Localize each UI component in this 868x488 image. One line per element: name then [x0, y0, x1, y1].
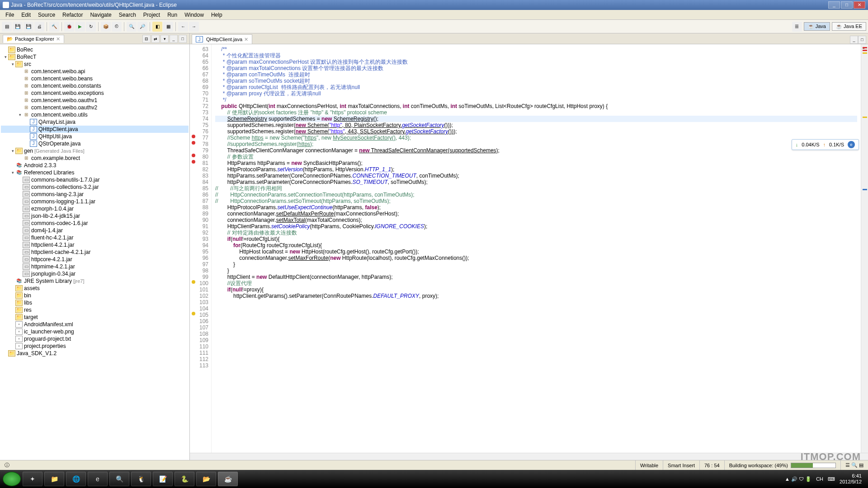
tree-item[interactable]: ▭httpcore-4.2.1.jar — [1, 256, 189, 263]
tree-item[interactable]: ⊞com.tencent.weibo.api — [1, 68, 189, 75]
new-package-button[interactable]: 📦 — [101, 22, 111, 32]
open-type-button[interactable]: 🔍 — [127, 22, 137, 32]
package-tree[interactable]: 📁BoRec▾📁BoRecT▾📁src⊞com.tencent.weibo.ap… — [0, 44, 189, 460]
tray-ime-icon[interactable]: ⌨ — [828, 476, 835, 482]
perspective-java[interactable]: ☕ Java — [804, 22, 830, 31]
tree-item[interactable]: ▾⊞com.tencent.weibo.utils — [1, 111, 189, 118]
tree-item[interactable]: ▭commons-lang-2.3.jar — [1, 191, 189, 198]
status-tools[interactable]: ☰ 🔍 ▤ — [840, 460, 868, 470]
tree-item[interactable]: ▫proguard-project.txt — [1, 335, 189, 343]
menu-help[interactable]: Help — [208, 11, 226, 19]
view-menu-button[interactable]: ▾ — [160, 35, 169, 43]
run-button[interactable]: ▶ — [75, 22, 85, 32]
editor-hscrollbar[interactable] — [190, 453, 868, 460]
perspective-javaee[interactable]: ☕ Java EE — [832, 22, 866, 31]
start-button[interactable] — [3, 472, 21, 486]
build-button[interactable]: 🔨 — [49, 22, 59, 32]
tree-item[interactable]: ⊞com.tencent.weibo.oauthv2 — [1, 104, 189, 111]
tree-item[interactable]: ▭httpclient-cache-4.2.1.jar — [1, 249, 189, 256]
new-button[interactable]: ▤ — [2, 22, 12, 32]
editor-maximize-button[interactable]: □ — [858, 36, 866, 44]
search-button[interactable]: 🔎 — [137, 22, 147, 32]
minimize-button[interactable]: _ — [828, 1, 840, 9]
tree-item[interactable]: 📁assets — [1, 285, 189, 292]
tree-item[interactable]: ▫ic_launcher-web.png — [1, 328, 189, 335]
tree-item[interactable]: ▭jsonplugin-0.34.jar — [1, 270, 189, 277]
tray-clock[interactable]: 6:41 2012/9/12 — [840, 473, 862, 485]
toggle-mark-button[interactable]: ◧ — [152, 22, 162, 32]
menu-project[interactable]: Project — [140, 11, 164, 19]
overview-ruler[interactable]: ▴ — [861, 44, 868, 453]
minimize-view-button[interactable]: _ — [170, 35, 178, 43]
tree-item[interactable]: ▫project.properties — [1, 343, 189, 350]
tree-item[interactable]: JQHttpUtil.java — [1, 133, 189, 140]
maximize-button[interactable]: □ — [841, 1, 853, 9]
tree-item[interactable]: ⊞com.tencent.weibo.oauthv1 — [1, 97, 189, 104]
tree-item[interactable]: ▾📁BoRecT — [1, 53, 189, 61]
code-editor[interactable]: /** * 个性化配置连接管理器 * @param maxConnections… — [212, 44, 861, 453]
taskbar-item-explorer[interactable]: 📁 — [44, 472, 64, 486]
browser-icon[interactable]: e — [848, 141, 855, 148]
taskbar-item-python[interactable]: 🐍 — [175, 472, 194, 486]
tree-item[interactable]: ▫AndroidManifest.xml — [1, 321, 189, 328]
package-explorer-tab[interactable]: 📂 Package Explorer ✕ — [3, 35, 64, 43]
tree-item[interactable]: JQHttpClient.java — [1, 126, 189, 133]
tree-item[interactable]: ▭httpmime-4.2.1.jar — [1, 263, 189, 270]
maximize-view-button[interactable]: □ — [179, 35, 187, 43]
tree-item[interactable]: JQStrOperate.java — [1, 140, 189, 147]
print-button[interactable]: 🖨 — [34, 22, 44, 32]
tree-item[interactable]: 📁Java_SDK_V1.2 — [1, 350, 189, 357]
tree-item[interactable]: 📚JRE System Library[jre7] — [1, 277, 189, 285]
tree-item[interactable]: 📚Android 2.3.3 — [1, 162, 189, 169]
menu-run[interactable]: Run — [164, 11, 181, 19]
tree-item[interactable]: ⊞com.tencent.weibo.constants — [1, 82, 189, 89]
menu-refactor[interactable]: Refactor — [59, 11, 86, 19]
taskbar-item-chrome[interactable]: 🌐 — [66, 472, 86, 486]
tree-item[interactable]: 📁BoRec — [1, 46, 189, 53]
editor-minimize-button[interactable]: _ — [850, 36, 858, 44]
taskbar-item-folder[interactable]: 📂 — [196, 472, 216, 486]
run-last-button[interactable]: ↻ — [86, 22, 96, 32]
save-all-button[interactable]: 💾 — [24, 22, 33, 32]
tree-item[interactable]: ▭commons-logging-1.1.1.jar — [1, 198, 189, 205]
tree-item[interactable]: 📁libs — [1, 299, 189, 306]
tray-lang[interactable]: CH — [816, 476, 823, 482]
open-perspective-button[interactable]: ☰ — [792, 22, 802, 32]
tree-item[interactable]: ⊞com.tencent.weibo.exceptions — [1, 89, 189, 97]
taskbar-item-magnifier[interactable]: 🔍 — [109, 472, 129, 486]
tree-item[interactable]: 📁target — [1, 314, 189, 321]
tree-item[interactable]: ▭ezmorph-1.0.4.jar — [1, 205, 189, 212]
tree-item[interactable]: JQArrayList.java — [1, 118, 189, 126]
editor-tab-qhttpclient[interactable]: J QHttpClient.java ✕ — [192, 34, 252, 44]
tree-item[interactable]: ▭httpclient-4.2.1.jar — [1, 241, 189, 249]
save-button[interactable]: 💾 — [13, 22, 23, 32]
taskbar-item-qq[interactable]: 🐧 — [131, 472, 151, 486]
menu-navigate[interactable]: Navigate — [86, 11, 115, 19]
tray-icons[interactable]: ▲ 🔊 🛡 🔋 — [785, 476, 811, 482]
tree-item[interactable]: 📁res — [1, 306, 189, 314]
nav-fwd-button[interactable]: → — [189, 22, 199, 32]
nav-back-button[interactable]: ← — [178, 22, 188, 32]
toggle-block-button[interactable]: ▦ — [163, 22, 173, 32]
collapse-all-button[interactable]: ⊟ — [142, 35, 151, 43]
close-editor-icon[interactable]: ✕ — [244, 37, 248, 42]
tree-item[interactable]: ⊞com.example.borect — [1, 155, 189, 162]
debug-button[interactable]: 🐞 — [64, 22, 74, 32]
taskbar-item-eclipse[interactable]: ☕ — [218, 472, 238, 486]
tree-item[interactable]: ▭commons-codec-1.6.jar — [1, 220, 189, 227]
line-gutter[interactable]: 6364656667686970717273747576777879808182… — [190, 44, 212, 453]
tree-item[interactable]: ▭commons-collections-3.2.jar — [1, 183, 189, 191]
tree-item[interactable]: ▾📚Referenced Libraries — [1, 169, 189, 176]
tree-item[interactable]: ▭fluent-hc-4.2.1.jar — [1, 234, 189, 241]
tree-item[interactable]: ▭dom4j-1.4.jar — [1, 227, 189, 234]
new-class-button[interactable]: © — [112, 22, 122, 32]
tree-item[interactable]: ▾📁src — [1, 61, 189, 68]
menu-file[interactable]: File — [2, 11, 18, 19]
tree-item[interactable]: ▭commons-beanutils-1.7.0.jar — [1, 176, 189, 183]
link-editor-button[interactable]: ⇄ — [151, 35, 160, 43]
tree-item[interactable]: ▾📁gen[Generated Java Files] — [1, 147, 189, 155]
taskbar-item-notepad[interactable]: 📝 — [153, 472, 173, 486]
tree-item[interactable]: ⊞com.tencent.weibo.beans — [1, 75, 189, 82]
taskbar-item-app1[interactable]: ✦ — [23, 472, 42, 486]
menu-search[interactable]: Search — [115, 11, 140, 19]
